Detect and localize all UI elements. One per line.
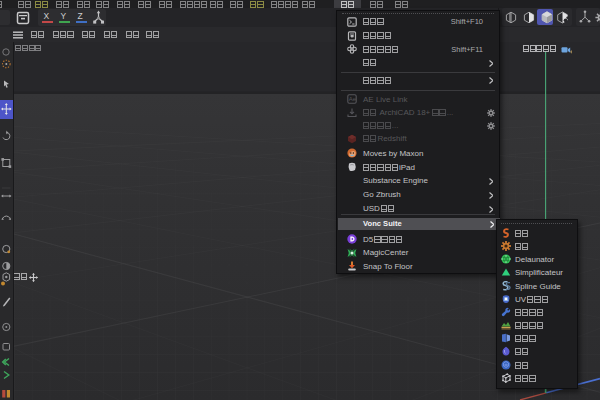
svg-text:Ae: Ae (349, 96, 357, 102)
